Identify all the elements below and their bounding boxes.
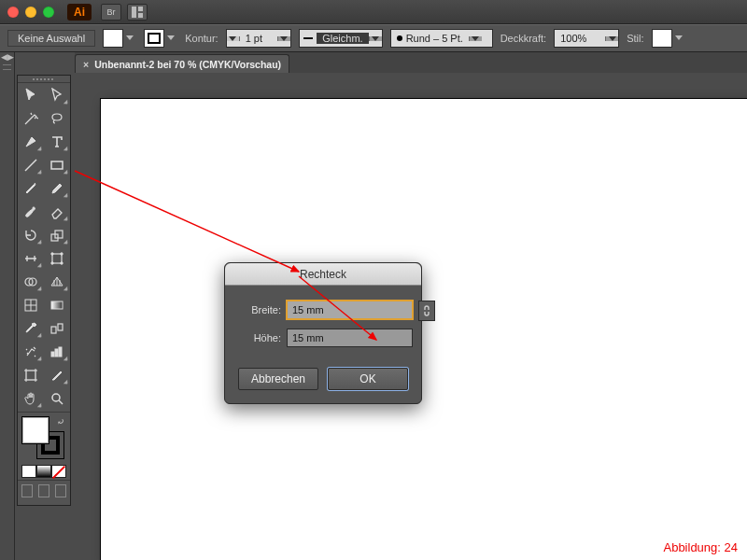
svg-rect-17 (51, 352, 54, 357)
svg-point-9 (51, 261, 53, 263)
dash-preview-icon (303, 37, 314, 39)
stroke-dash-combo[interactable]: Gleichm. (299, 29, 383, 48)
lasso-tool[interactable] (44, 106, 70, 130)
mesh-tool[interactable] (18, 293, 44, 316)
expand-handle-icon: ◀▶ (0, 52, 14, 62)
svg-point-21 (52, 394, 60, 401)
height-input[interactable] (287, 329, 413, 347)
svg-rect-19 (59, 347, 62, 357)
app-badge: Ai (67, 4, 92, 21)
rotate-tool[interactable] (18, 223, 44, 246)
svg-point-8 (61, 252, 63, 254)
artboard-tool[interactable] (18, 363, 44, 386)
brush-profile-value: Rund – 5 Pt. (406, 33, 463, 44)
arrange-documents-button[interactable] (127, 4, 148, 21)
gradient-tool[interactable] (44, 293, 70, 316)
perspective-grid-tool[interactable] (44, 270, 70, 293)
opacity-label: Deckkraft: (500, 33, 547, 44)
svg-rect-18 (55, 349, 58, 357)
stroke-weight-value: 1 pt (240, 33, 277, 44)
stroke-weight-combo[interactable]: 1 pt (226, 29, 291, 48)
panel-expand-strip[interactable]: ◀▶ (0, 52, 15, 560)
scale-tool[interactable] (44, 223, 70, 246)
rectangle-tool[interactable] (44, 153, 70, 176)
svg-rect-2 (138, 13, 143, 18)
svg-point-7 (51, 252, 53, 254)
ok-button[interactable]: OK (328, 368, 408, 390)
type-tool[interactable] (44, 130, 70, 153)
fill-swatch[interactable] (103, 29, 123, 48)
minimize-window-icon[interactable] (25, 7, 36, 18)
color-mode-gradient[interactable] (36, 465, 51, 478)
blend-tool[interactable] (44, 316, 70, 340)
artboard[interactable] (101, 99, 747, 560)
document-tab[interactable]: × Unbenannt-2 bei 70 % (CMYK/Vorschau) (75, 54, 289, 73)
direct-selection-tool[interactable] (44, 83, 70, 106)
svg-rect-16 (58, 324, 63, 330)
fill-stroke-control[interactable]: ⤾ (21, 416, 66, 461)
rectangle-dialog: Rechteck Breite: Höhe: (224, 262, 422, 404)
draw-mode-inside[interactable] (55, 484, 66, 497)
svg-rect-6 (52, 254, 62, 263)
dialog-title: Rechteck (225, 263, 421, 286)
shape-builder-tool[interactable] (18, 270, 44, 293)
pencil-tool[interactable] (44, 176, 70, 200)
zoom-tool[interactable] (44, 386, 70, 410)
zoom-window-icon[interactable] (43, 7, 54, 18)
slice-tool[interactable] (44, 363, 70, 386)
stroke-swatch[interactable] (144, 29, 164, 48)
fill-square-icon[interactable] (21, 416, 49, 444)
close-tab-icon[interactable]: × (83, 59, 89, 70)
width-input[interactable] (287, 301, 413, 319)
tools-panel: ⤾ (17, 75, 71, 506)
stroke-dash-value: Gleichm. (317, 33, 368, 44)
draw-mode-behind[interactable] (38, 484, 49, 497)
svg-rect-3 (51, 161, 63, 169)
line-segment-tool[interactable] (18, 153, 44, 176)
cancel-button[interactable]: Abbrechen (238, 368, 318, 390)
width-tool[interactable] (18, 246, 44, 270)
window-controls (7, 7, 54, 18)
opacity-value: 100% (555, 33, 605, 44)
color-mode-row (21, 465, 66, 478)
svg-rect-14 (51, 301, 63, 309)
document-tab-bar: × Unbenannt-2 bei 70 % (CMYK/Vorschau) (75, 52, 747, 73)
width-label: Breite: (238, 304, 281, 315)
figure-caption: Abbildung: 24 (663, 540, 738, 554)
svg-rect-0 (132, 7, 136, 18)
expand-grip-icon (3, 64, 11, 70)
selection-indicator: Keine Auswahl (7, 30, 95, 47)
graphic-style-swatch[interactable] (652, 29, 672, 48)
hand-tool[interactable] (18, 386, 44, 410)
svg-point-10 (61, 261, 63, 263)
draw-mode-normal[interactable] (21, 484, 33, 497)
height-label: Höhe: (238, 332, 281, 343)
style-label: Stil: (627, 33, 643, 44)
symbol-sprayer-tool[interactable] (18, 340, 44, 363)
svg-rect-15 (51, 327, 56, 333)
opacity-combo[interactable]: 100% (554, 29, 619, 48)
eraser-tool[interactable] (44, 200, 70, 223)
close-window-icon[interactable] (7, 7, 19, 18)
brush-profile-combo[interactable]: Rund – 5 Pt. (390, 29, 493, 48)
workspace: ◀▶ × Unbenannt-2 bei 70 % (CMYK/Vorschau… (0, 52, 747, 560)
free-transform-tool[interactable] (44, 246, 70, 270)
blob-brush-tool[interactable] (18, 200, 44, 223)
swap-fill-stroke-icon[interactable]: ⤾ (57, 416, 64, 427)
magic-wand-tool[interactable] (18, 106, 44, 130)
color-mode-solid[interactable] (21, 465, 36, 478)
pen-tool[interactable] (18, 130, 44, 153)
eyedropper-tool[interactable] (18, 316, 44, 340)
selection-tool[interactable] (18, 83, 44, 106)
svg-rect-20 (26, 371, 35, 380)
tools-grip-icon[interactable] (18, 76, 70, 83)
document-tab-label: Unbenannt-2 bei 70 % (CMYK/Vorschau) (94, 59, 281, 70)
color-mode-none[interactable] (51, 465, 66, 478)
constrain-proportions-button[interactable] (418, 301, 435, 321)
column-graph-tool[interactable] (44, 340, 70, 363)
paintbrush-tool[interactable] (18, 176, 44, 200)
bridge-button[interactable]: Br (101, 4, 121, 21)
stroke-label: Kontur: (185, 33, 218, 44)
brush-dot-icon (397, 35, 402, 41)
control-bar: Keine Auswahl Kontur: 1 pt Gleichm. Rund… (0, 24, 747, 52)
